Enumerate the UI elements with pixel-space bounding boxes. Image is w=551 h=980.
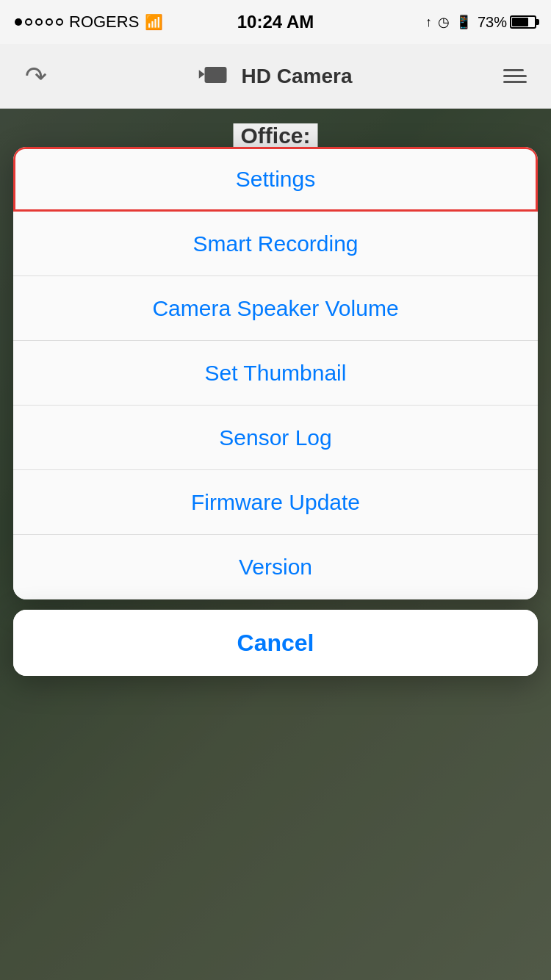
battery-container: 73% bbox=[478, 14, 536, 31]
svg-rect-0 bbox=[205, 67, 227, 83]
status-bar: ROGERS 📶 10:24 AM ↑ ◷ 📱 73% bbox=[0, 0, 551, 44]
menu-item-firmware-update[interactable]: Firmware Update bbox=[13, 470, 538, 535]
menu-item-camera-speaker[interactable]: Camera Speaker Volume bbox=[13, 276, 538, 341]
menu-item-sensor-log[interactable]: Sensor Log bbox=[13, 406, 538, 470]
menu-item-version-label: Version bbox=[239, 555, 312, 580]
nav-title: HD Camera bbox=[199, 64, 353, 89]
menu-button[interactable] bbox=[497, 58, 533, 95]
status-left: ROGERS 📶 bbox=[15, 12, 163, 32]
signal-dots bbox=[15, 18, 63, 26]
signal-dot-4 bbox=[46, 18, 53, 26]
office-label: Office: bbox=[233, 123, 317, 148]
menu-item-version[interactable]: Version bbox=[13, 535, 538, 599]
cancel-label: Cancel bbox=[237, 630, 314, 657]
location-icon: ↑ bbox=[425, 15, 432, 30]
action-sheet: Settings Smart Recording Camera Speaker … bbox=[13, 147, 538, 676]
menu-item-smart-recording-label: Smart Recording bbox=[192, 231, 358, 256]
back-arrow-icon: ↶ bbox=[25, 61, 47, 92]
wifi-icon: 📶 bbox=[145, 13, 163, 31]
menu-item-smart-recording[interactable]: Smart Recording bbox=[13, 212, 538, 276]
nav-title-text: HD Camera bbox=[242, 65, 353, 88]
bluetooth-icon: 📱 bbox=[455, 14, 472, 30]
back-button[interactable]: ↶ bbox=[18, 58, 54, 95]
carrier-label: ROGERS bbox=[69, 12, 139, 32]
menu-item-camera-speaker-label: Camera Speaker Volume bbox=[152, 296, 398, 321]
nav-bar: ↶ HD Camera bbox=[0, 44, 551, 109]
menu-item-firmware-update-label: Firmware Update bbox=[191, 490, 360, 515]
signal-dot-3 bbox=[35, 18, 43, 26]
alarm-icon: ◷ bbox=[438, 14, 450, 30]
battery-fill bbox=[512, 18, 528, 26]
cancel-card: Cancel bbox=[13, 610, 538, 676]
status-time: 10:24 AM bbox=[237, 12, 314, 32]
signal-dot-5 bbox=[56, 18, 63, 26]
menu-item-set-thumbnail-label: Set Thumbnail bbox=[205, 361, 347, 386]
camera-nav-icon bbox=[199, 64, 231, 89]
battery-percent: 73% bbox=[478, 14, 507, 31]
menu-card: Settings Smart Recording Camera Speaker … bbox=[13, 147, 538, 599]
hamburger-icon bbox=[503, 69, 527, 83]
menu-item-set-thumbnail[interactable]: Set Thumbnail bbox=[13, 341, 538, 406]
menu-item-settings-label: Settings bbox=[236, 167, 315, 192]
cancel-button[interactable]: Cancel bbox=[13, 610, 538, 676]
signal-dot-2 bbox=[25, 18, 32, 26]
battery-icon bbox=[510, 15, 536, 29]
menu-item-settings[interactable]: Settings bbox=[13, 147, 538, 212]
status-right: ↑ ◷ 📱 73% bbox=[425, 14, 536, 31]
menu-item-sensor-log-label: Sensor Log bbox=[219, 425, 331, 450]
svg-marker-1 bbox=[199, 70, 205, 79]
signal-dot-1 bbox=[15, 18, 22, 26]
